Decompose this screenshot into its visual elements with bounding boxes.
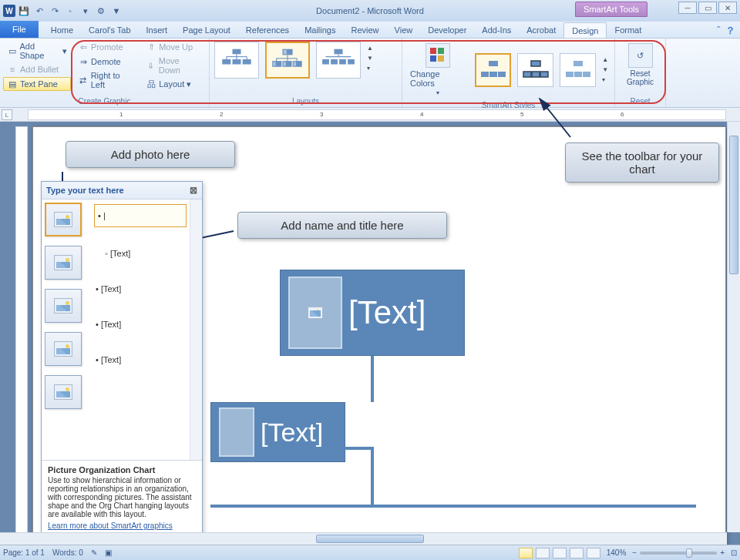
vertical-scrollbar[interactable] [727,122,740,532]
tab-acrobat[interactable]: Acrobat [519,22,563,38]
status-proofing-icon[interactable]: ✎ [91,548,97,557]
scroll-down-icon[interactable]: ▼ [365,53,376,63]
style-option-3[interactable] [560,53,596,87]
tab-home[interactable]: Home [43,22,81,38]
add-shape-button[interactable]: ▭Add Shape ▾ [3,40,71,62]
tab-view[interactable]: View [387,22,421,38]
qat-save-icon[interactable]: 💾 [17,4,31,18]
tab-addins[interactable]: Add-Ins [474,22,519,38]
gallery-expand-icon[interactable]: ▾ [600,75,611,85]
reset-graphic-button[interactable]: ↺ Reset Graphic [618,40,662,89]
demote-button[interactable]: ⇒Demote [74,55,139,69]
text-pane-thumb[interactable] [45,203,82,236]
view-outline-button[interactable] [570,548,584,558]
minimize-button[interactable]: ─ [678,2,697,14]
right-to-left-button[interactable]: ⇄Right to Left [74,69,139,91]
layouts-gallery-scroll[interactable]: ▲▼▾ [365,40,376,76]
smartart-picture-placeholder[interactable] [288,277,342,349]
tab-format[interactable]: Format [607,22,649,38]
learn-more-link[interactable]: Learn more about SmartArt graphics [48,521,196,530]
qat-undo-icon[interactable]: ↶ [32,4,46,18]
svg-rect-42 [583,72,590,77]
zoom-out-button[interactable]: − [632,548,637,557]
status-words[interactable]: Words: 0 [52,548,83,557]
smartart-node-child[interactable]: [Text] [210,402,345,462]
layout-option-1[interactable] [214,42,259,79]
view-print-layout-button[interactable] [519,548,533,558]
change-colors-button[interactable]: Change Colors▾ [405,40,470,99]
smartart-node-root[interactable]: [Text] [280,270,465,356]
zoom-slider-thumb[interactable] [686,548,692,558]
text-pane-list[interactable]: • | ◦ [Text] • [Text] • [Text] • [Text] [91,200,190,460]
document-page[interactable]: Add photo here Add name and title here S… [32,126,726,545]
view-web-layout-button[interactable] [553,548,567,558]
style-option-2[interactable] [517,53,553,87]
file-tab[interactable]: File [0,21,39,38]
text-pane-button[interactable]: ▤Text Pane [3,77,71,91]
text-pane-item[interactable]: • [Text] [94,280,187,298]
tab-page-layout[interactable]: Page Layout [175,22,238,38]
status-page[interactable]: Page: 1 of 1 [3,548,45,557]
layout-option-3[interactable] [316,42,361,79]
svg-rect-2 [233,59,241,65]
horizontal-scrollbar[interactable] [0,532,727,545]
close-button[interactable]: ✕ [718,2,737,14]
tab-mailings[interactable]: Mailings [297,22,343,38]
text-pane-thumb[interactable] [45,246,82,280]
text-pane-close-icon[interactable]: ⊠ [190,185,197,196]
text-pane-item[interactable]: • [Text] [94,315,187,334]
view-full-screen-button[interactable] [536,548,550,558]
move-up-label: Move Up [159,42,193,52]
status-macro-icon[interactable]: ▣ [105,548,112,557]
style-option-1[interactable] [475,53,511,87]
tab-review[interactable]: Review [343,22,386,38]
qat-redo-icon[interactable]: ↷ [48,4,62,18]
layout-option-2[interactable] [265,42,310,79]
tab-developer[interactable]: Developer [420,22,474,38]
help-icon[interactable]: ？ [725,24,735,38]
zoom-slider[interactable] [640,552,717,555]
text-pane-thumb[interactable] [45,289,82,323]
horizontal-ruler[interactable]: 1 2 3 4 5 6 [28,109,726,120]
view-draft-button[interactable] [587,548,600,558]
maximize-button[interactable]: ▭ [698,2,717,14]
gallery-expand-icon[interactable]: ▾ [365,63,376,73]
tab-insert[interactable]: Insert [139,22,176,38]
scroll-down-icon[interactable]: ▼ [600,65,611,75]
zoom-fit-button[interactable]: ⊡ [731,548,737,557]
text-pane-thumb[interactable] [45,332,82,366]
scrollbar-thumb[interactable] [729,136,738,274]
svg-rect-40 [566,72,574,77]
zoom-in-button[interactable]: + [720,548,725,557]
status-bar: Page: 1 of 1 Words: 0 ✎ ▣ 140% − + ⊡ [0,545,740,560]
picture-icon [308,307,323,319]
vertical-ruler[interactable] [15,126,28,545]
scrollbar-thumb[interactable] [316,535,424,543]
qat-dropdown-icon[interactable]: ▼ [109,4,123,18]
zoom-percent[interactable]: 140% [607,548,627,557]
tab-references[interactable]: References [238,22,297,38]
ruler-area: L 1 2 3 4 5 6 [0,108,740,122]
styles-gallery-scroll[interactable]: ▲▼▾ [600,52,611,88]
callout-add-photo: Add photo here [66,141,235,168]
qat-custom-icon[interactable]: ◦ [63,4,77,18]
tab-design[interactable]: Design [563,22,607,38]
text-pane-item[interactable]: • [Text] [94,350,187,369]
smartart-graphic[interactable]: [Text] [Text] [210,270,696,545]
tab-selector-button[interactable]: L [2,109,12,120]
smartart-node-text[interactable]: [Text] [261,417,323,448]
qat-tool-icon[interactable]: ⚙ [94,4,108,18]
svg-rect-22 [331,59,338,65]
text-pane-item[interactable]: • | [94,204,187,227]
qat-more-icon[interactable]: ▾ [79,4,92,18]
text-pane-item[interactable]: ◦ [Text] [94,244,187,263]
tab-carols[interactable]: Carol's Tab [81,22,138,38]
scroll-up-icon[interactable]: ▲ [365,43,376,53]
text-pane-thumb[interactable] [45,375,82,409]
text-pane-scrollbar[interactable] [190,200,202,460]
layout-dropdown[interactable]: 品Layout ▾ [142,77,206,91]
smartart-picture-placeholder[interactable] [219,407,254,457]
scroll-up-icon[interactable]: ▲ [600,55,611,65]
minimize-ribbon-icon[interactable]: ⌃ [715,25,722,33]
smartart-node-text[interactable]: [Text] [348,294,426,331]
